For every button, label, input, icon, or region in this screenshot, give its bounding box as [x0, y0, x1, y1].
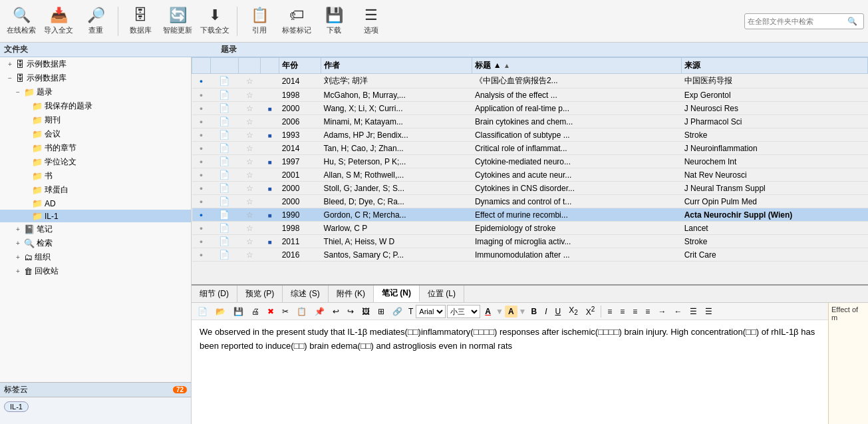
online-search-button[interactable]: 🔍 在线检索: [4, 3, 39, 39]
editor-bullets-btn[interactable]: ☰: [686, 306, 700, 318]
table-row[interactable]: ● 📄 ☆ 2006 Minami, M; Katayam... Brain c…: [192, 115, 868, 128]
options-button[interactable]: ☰ 选项: [354, 3, 388, 39]
table-row[interactable]: ● 📄 ☆ ■ 2000 Stoll, G; Jander, S; S... C…: [192, 182, 868, 195]
table-row[interactable]: ● 📄 ☆ ■ 1997 Hu, S; Peterson, P K;... Cy…: [192, 155, 868, 168]
col-header-dot[interactable]: [192, 58, 211, 74]
editor-save-btn[interactable]: 💾: [230, 306, 247, 318]
editor-superscript-btn[interactable]: X2: [583, 304, 599, 318]
table-row[interactable]: ● 📄 ☆ 2014 Tan, H; Cao, J; Zhan... Criti…: [192, 142, 868, 155]
sidebar-item-book-chapter[interactable]: 📁 书的章节: [0, 141, 191, 155]
editor-subscript-btn[interactable]: X2: [565, 304, 581, 318]
editor-copy-btn[interactable]: 📋: [293, 306, 310, 318]
smart-update-button[interactable]: 🔄 智能更新: [160, 3, 195, 39]
editor-delete-btn[interactable]: ✖: [264, 306, 277, 318]
col-header-title[interactable]: 标题 ▲ ▲: [472, 58, 682, 74]
table-row[interactable]: ● 📄 ☆ 2016 Santos, Samary C; P... Immuno…: [192, 248, 868, 262]
row-star[interactable]: ☆: [238, 142, 260, 155]
tab-notes[interactable]: 笔记 (N): [374, 286, 420, 302]
editor-paste-btn[interactable]: 📌: [311, 306, 328, 318]
col-header-source[interactable]: 来源: [682, 58, 868, 74]
tag-mark-button[interactable]: 🏷 标签标记: [279, 3, 314, 39]
editor-highlight-btn[interactable]: A: [505, 306, 517, 318]
import-full-button[interactable]: 📥 导入全文: [41, 3, 76, 39]
row-star[interactable]: ☆: [238, 89, 260, 102]
sidebar-item-root1[interactable]: + 🗄 示例数据库: [0, 57, 191, 71]
col-header-author[interactable]: 作者: [321, 58, 472, 74]
editor-insert-table-btn[interactable]: ⊞: [374, 306, 388, 318]
editor-indent-btn[interactable]: →: [654, 306, 669, 318]
table-row[interactable]: ● 📄 ☆ 2014 刘志学; 胡洋 《中国心血管病报告2... 中国医药导报: [192, 74, 868, 89]
editor-redo-btn[interactable]: ↪: [344, 306, 357, 318]
sidebar-item-search[interactable]: + 🔍 检索: [0, 236, 191, 250]
row-star[interactable]: ☆: [238, 248, 260, 262]
row-star[interactable]: ☆: [238, 74, 260, 89]
cite-button[interactable]: 📋 引用: [242, 3, 277, 39]
sidebar-item-il1[interactable]: 📁 IL-1: [0, 210, 191, 222]
row-star[interactable]: ☆: [238, 208, 260, 222]
tab-summary[interactable]: 综述 (S): [283, 286, 328, 302]
editor-insert-image-btn[interactable]: 🖼: [359, 306, 373, 318]
row-star[interactable]: ☆: [238, 235, 260, 248]
editor-undo-btn[interactable]: ↩: [329, 306, 343, 318]
editor-font-size-select[interactable]: 小三: [447, 305, 480, 318]
find-dup-button[interactable]: 🔎 查重: [78, 3, 113, 39]
editor-content-area[interactable]: We observed in the present study that IL…: [192, 320, 828, 424]
col-header-year[interactable]: 年份: [279, 58, 321, 74]
editor-align-justify-btn[interactable]: ≡: [642, 306, 653, 318]
row-star[interactable]: ☆: [238, 155, 260, 168]
row-star[interactable]: ☆: [238, 195, 260, 208]
row-star[interactable]: ☆: [238, 102, 260, 115]
tab-attachment[interactable]: 附件 (K): [329, 286, 374, 302]
editor-align-left-btn[interactable]: ≡: [604, 306, 615, 318]
tag-item-il1[interactable]: IL-1: [4, 401, 29, 412]
sidebar-item-my-saved[interactable]: 📁 我保存的题录: [0, 99, 191, 113]
tab-position[interactable]: 位置 (L): [420, 286, 464, 302]
sidebar-item-notes[interactable]: + 📓 笔记: [0, 222, 191, 236]
sidebar-item-ad[interactable]: 📁 AD: [0, 197, 191, 210]
editor-open-btn[interactable]: 📂: [212, 306, 229, 318]
table-row[interactable]: ● 📄 ☆ ■ 2011 Thiel, A; Heiss, W D Imagin…: [192, 235, 868, 248]
row-star[interactable]: ☆: [238, 182, 260, 195]
sidebar-item-conference[interactable]: 📁 会议: [0, 127, 191, 141]
sidebar-item-journal[interactable]: 📁 期刊: [0, 113, 191, 127]
download-full-button[interactable]: ⬇ 下载全文: [198, 3, 232, 39]
table-row[interactable]: ● 📄 ☆ ■ 2000 Wang, X; Li, X; Curri... Ap…: [192, 102, 868, 115]
editor-underline-btn[interactable]: U: [551, 306, 564, 318]
table-row[interactable]: ● 📄 ☆ ■ 1990 Gordon, C R; Mercha... Effe…: [192, 208, 868, 222]
editor-new-btn[interactable]: 📄: [194, 306, 211, 318]
editor-print-btn[interactable]: 🖨: [248, 306, 263, 318]
editor-numbering-btn[interactable]: ☰: [702, 306, 716, 318]
col-header-flag[interactable]: [261, 58, 279, 74]
database-button[interactable]: 🗄 数据库: [123, 3, 158, 39]
sidebar-item-globulin[interactable]: 📁 球蛋白: [0, 183, 191, 197]
sidebar-item-org[interactable]: + 🗂 组织: [0, 250, 191, 264]
search-icon[interactable]: 🔍: [847, 17, 857, 26]
download-button[interactable]: 💾 下载: [317, 3, 351, 39]
editor-outdent-btn[interactable]: ←: [670, 306, 685, 318]
table-row[interactable]: ● 📄 ☆ ■ 1993 Adams, HP Jr; Bendix... Cla…: [192, 128, 868, 142]
editor-italic-btn[interactable]: I: [541, 306, 550, 318]
col-header-star[interactable]: [238, 58, 260, 74]
search-input[interactable]: [748, 17, 847, 25]
sidebar-item-tilu[interactable]: − 📁 题录: [0, 85, 191, 99]
row-star[interactable]: ☆: [238, 128, 260, 142]
col-header-type[interactable]: [210, 58, 238, 74]
tab-preview[interactable]: 预览 (P): [237, 286, 283, 302]
table-row[interactable]: ● 📄 ☆ 1998 McGahon, B; Murray,... Analys…: [192, 89, 868, 102]
sidebar-item-book[interactable]: 📁 书: [0, 169, 191, 183]
sidebar-item-recycle[interactable]: + 🗑 回收站: [0, 264, 191, 278]
editor-align-right-btn[interactable]: ≡: [629, 306, 641, 318]
tab-detail[interactable]: 细节 (D): [192, 286, 237, 302]
editor-align-center-btn[interactable]: ≡: [617, 306, 628, 318]
editor-insert-link-btn[interactable]: 🔗: [389, 306, 406, 318]
table-row[interactable]: ● 📄 ☆ 1998 Warlow, C P Epidemiology of s…: [192, 222, 868, 235]
table-row[interactable]: ● 📄 ☆ 2000 Bleed, D; Dye, C; Ra... Dynam…: [192, 195, 868, 208]
editor-cut-btn[interactable]: ✂: [279, 306, 292, 318]
editor-bold-btn[interactable]: B: [527, 306, 540, 318]
table-row[interactable]: ● 📄 ☆ 2001 Allan, S M; Rothwell,... Cyto…: [192, 168, 868, 182]
row-star[interactable]: ☆: [238, 222, 260, 235]
sidebar-item-root2[interactable]: − 🗄 示例数据库: [0, 71, 191, 85]
row-star[interactable]: ☆: [238, 168, 260, 182]
row-star[interactable]: ☆: [238, 115, 260, 128]
sidebar-item-thesis[interactable]: 📁 学位论文: [0, 155, 191, 169]
